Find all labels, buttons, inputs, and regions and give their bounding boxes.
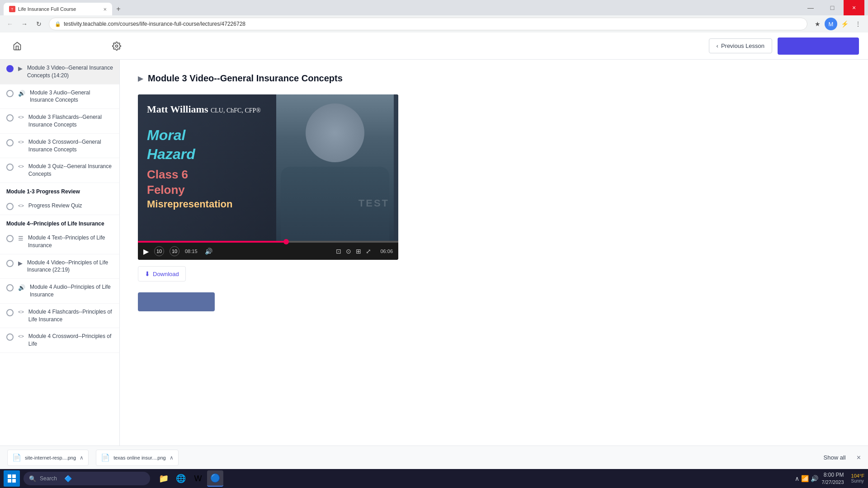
taskbar-search[interactable]: 🔍 Search 🔷 — [24, 472, 150, 485]
taskbar-app-edge[interactable]: 🌐 — [173, 470, 189, 487]
nav-right-actions: ‹ Previous Lesson — [709, 38, 859, 55]
cortana-icon: 🔷 — [64, 475, 72, 482]
sidebar-item-m4-flash[interactable]: <> Module 4 Flashcards--Principles of Li… — [0, 304, 119, 328]
top-navigation: ‹ Previous Lesson — [0, 33, 868, 60]
taskbar-search-text: Search — [40, 475, 57, 482]
fullscreen-icon[interactable]: ⤢ — [366, 248, 371, 255]
settings-button[interactable] — [108, 38, 125, 54]
captions-icon[interactable]: ⊡ — [336, 248, 341, 255]
maximize-button[interactable]: □ — [822, 0, 843, 15]
video-progress-bar[interactable] — [138, 241, 398, 243]
active-tab[interactable]: T Life Insurance Full Course × — [4, 3, 112, 15]
m4-flash-label: Module 4 Flashcards--Principles of Life … — [28, 308, 113, 324]
start-button[interactable] — [4, 470, 20, 487]
svg-rect-1 — [8, 474, 11, 478]
fastforward-button[interactable]: 10 — [170, 246, 179, 256]
settings-video-icon[interactable]: ⊙ — [346, 248, 351, 255]
forward-button[interactable]: → — [18, 18, 31, 30]
minimize-button[interactable]: — — [800, 0, 821, 15]
taskbar-app-explorer[interactable]: 📁 — [156, 470, 172, 487]
profile-icon[interactable]: M — [825, 18, 837, 30]
sidebar-item-m3-quiz[interactable]: <> Module 3 Quiz--General Insurance Conc… — [0, 158, 119, 183]
time-elapsed: 08:15 — [185, 249, 198, 254]
volume-button[interactable]: 🔊 — [205, 248, 212, 255]
section-title-progress-review: Module 1-3 Progress Review — [0, 183, 119, 197]
close-button[interactable]: × — [844, 0, 864, 15]
download-button[interactable]: ⬇ Download — [138, 266, 186, 282]
sidebar-item-m3-cross[interactable]: <> Module 3 Crossword--General Insurance… — [0, 134, 119, 159]
next-lesson-button[interactable] — [778, 38, 859, 55]
back-button[interactable]: ← — [4, 18, 16, 30]
taskbar-app-word[interactable]: W — [190, 470, 206, 487]
downloads-bar-close[interactable]: × — [857, 454, 861, 462]
home-button[interactable] — [9, 38, 25, 54]
sidebar-item-m4-audio[interactable]: 🔊 Module 4 Audio--Principles of Life Ins… — [0, 279, 119, 304]
video-controls: ▶ 10 10 08:15 🔊 ⊡ ⊙ ⊞ ⤢ 06:06 — [138, 243, 398, 260]
pr-quiz-icon: <> — [18, 203, 24, 208]
video-progress-container[interactable] — [138, 241, 398, 243]
m4-audio-checkbox — [6, 284, 14, 291]
extensions-icon[interactable]: ⚡ — [838, 18, 851, 30]
sidebar-item-m3-flash[interactable]: <> Module 3 Flashcards--General Insuranc… — [0, 109, 119, 134]
tab-close-button[interactable]: × — [103, 6, 107, 13]
browser-toolbar: ← → ↻ 🔒 testivity.teachable.com/courses/… — [0, 15, 868, 33]
sidebar-item-pr-quiz[interactable]: <> Progress Review Quiz — [0, 197, 119, 215]
pip-icon[interactable]: ⊞ — [356, 248, 361, 255]
sidebar-item-m3-audio[interactable]: 🔊 Module 3 Audio--General Insurance Conc… — [0, 84, 119, 109]
m4-text-label: Module 4 Text--Principles of Life Insura… — [28, 234, 113, 249]
tray-chevron-icon[interactable]: ∧ — [795, 475, 799, 482]
dl-file-icon-1: 📄 — [12, 453, 21, 462]
play-button[interactable]: ▶ — [143, 247, 149, 256]
reload-button[interactable]: ↻ — [33, 18, 45, 30]
flash-icon: <> — [18, 114, 24, 120]
svg-rect-2 — [12, 474, 16, 478]
m4-cross-icon: <> — [18, 333, 24, 339]
previous-lesson-button[interactable]: ‹ Previous Lesson — [709, 38, 772, 53]
system-clock[interactable]: 8:00 PM 7/27/2023 — [822, 472, 844, 485]
new-tab-button[interactable]: + — [112, 3, 125, 15]
lesson-type-icon: ▶ — [138, 74, 143, 83]
weather-widget[interactable]: 104°F Sunny — [851, 473, 864, 483]
weather-temp: 104°F — [851, 473, 864, 479]
downloads-bar: 📄 site-internet-resp....png ∧ 📄 texas on… — [0, 446, 868, 469]
sidebar-item-m4-cross[interactable]: <> Module 4 Crossword--Principles of Lif… — [0, 328, 119, 353]
address-bar[interactable]: 🔒 testivity.teachable.com/courses/life-i… — [49, 18, 807, 30]
browser-tabs: T Life Insurance Full Course × + — □ × — [0, 0, 868, 15]
taskbar-right: ∧ 📶 🔊 8:00 PM 7/27/2023 104°F Sunny — [795, 472, 864, 485]
download-icon: ⬇ — [145, 270, 150, 277]
m3-audio-checkbox — [6, 90, 14, 97]
download-item-2[interactable]: 📄 texas online insur....png ∧ — [96, 450, 179, 466]
m3-flash-label: Module 3 Flashcards--General Insurance C… — [28, 113, 113, 129]
taskbar-search-icon: 🔍 — [29, 475, 36, 482]
m3-flash-checkbox — [6, 114, 14, 122]
text-icon: ☰ — [18, 235, 24, 242]
sidebar-item-m4-video[interactable]: ▶ Module 4 Video--Principles of Life Ins… — [0, 254, 119, 279]
audio-icon: 🔊 — [18, 90, 25, 97]
menu-icon[interactable]: ⋮ — [852, 18, 864, 30]
taskbar-app-chrome[interactable]: 🔵 — [207, 470, 223, 487]
m3-video-label: Module 3 Video--General Insurance Concep… — [27, 64, 113, 80]
dl-chevron-2[interactable]: ∧ — [170, 455, 174, 461]
download-item-1[interactable]: 📄 site-internet-resp....png ∧ — [7, 450, 89, 466]
download-label: Download — [153, 271, 179, 277]
bookmarks-icon[interactable]: ★ — [811, 18, 824, 30]
volume-tray-icon[interactable]: 🔊 — [811, 475, 818, 482]
dl-chevron-1[interactable]: ∧ — [80, 455, 84, 461]
lesson-content-area: ▶ Module 3 Video--General Insurance Conc… — [120, 60, 868, 469]
quiz-icon: <> — [18, 164, 24, 169]
video-progress-fill — [138, 241, 286, 243]
m4-video-icon: ▶ — [18, 260, 23, 267]
network-icon[interactable]: 📶 — [801, 475, 809, 482]
toolbar-actions: ★ M ⚡ ⋮ — [811, 18, 864, 30]
m3-quiz-label: Module 3 Quiz--General Insurance Concept… — [28, 163, 113, 178]
svg-rect-3 — [8, 479, 11, 483]
m4-flash-checkbox — [6, 309, 14, 316]
show-all-button[interactable]: Show all — [824, 454, 846, 461]
address-text: testivity.teachable.com/courses/life-ins… — [64, 21, 245, 27]
dl-filename-1: site-internet-resp....png — [25, 455, 76, 460]
prev-lesson-label: Previous Lesson — [721, 42, 764, 49]
rewind-button[interactable]: 10 — [154, 246, 164, 256]
sidebar-item-m3-video[interactable]: ▶ Module 3 Video--General Insurance Conc… — [0, 60, 119, 84]
tab-label: Life Insurance Full Course — [18, 6, 100, 12]
sidebar-item-m4-text[interactable]: ☰ Module 4 Text--Principles of Life Insu… — [0, 230, 119, 254]
